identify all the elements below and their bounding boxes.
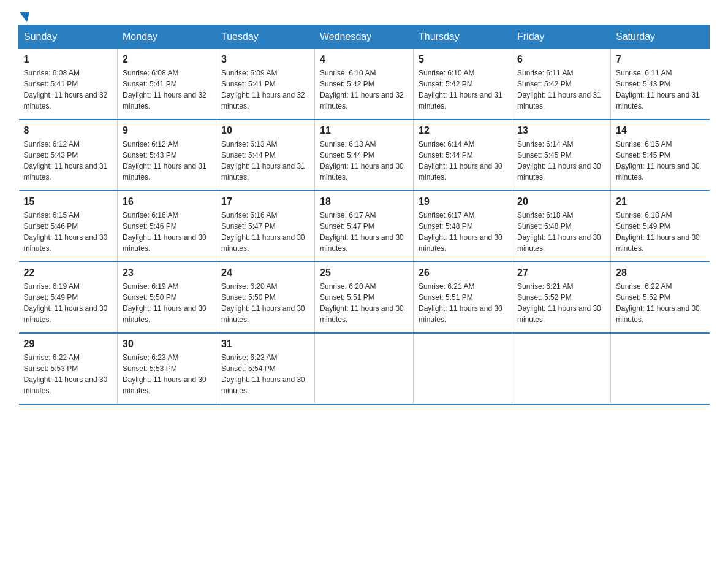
- day-number: 18: [320, 196, 408, 207]
- day-number: 2: [123, 54, 211, 65]
- day-number: 24: [221, 267, 309, 278]
- calendar-cell: 13 Sunrise: 6:14 AMSunset: 5:45 PMDaylig…: [512, 120, 611, 191]
- day-info: Sunrise: 6:12 AMSunset: 5:43 PMDaylight:…: [24, 140, 108, 182]
- day-number: 9: [123, 125, 211, 136]
- day-number: 4: [320, 54, 408, 65]
- day-number: 29: [24, 339, 113, 350]
- day-info: Sunrise: 6:12 AMSunset: 5:43 PMDaylight:…: [123, 140, 207, 182]
- day-number: 1: [24, 54, 113, 65]
- calendar-week-row: 1 Sunrise: 6:08 AMSunset: 5:41 PMDayligh…: [19, 49, 710, 120]
- calendar-cell: 5 Sunrise: 6:10 AMSunset: 5:42 PMDayligh…: [414, 49, 512, 120]
- calendar-cell: 1 Sunrise: 6:08 AMSunset: 5:41 PMDayligh…: [19, 49, 118, 120]
- day-info: Sunrise: 6:10 AMSunset: 5:42 PMDaylight:…: [419, 69, 502, 110]
- logo-arrow-icon: [20, 12, 29, 22]
- calendar-cell: 11 Sunrise: 6:13 AMSunset: 5:44 PMDaylig…: [315, 120, 414, 191]
- calendar-cell: 30 Sunrise: 6:23 AMSunset: 5:53 PMDaylig…: [118, 333, 216, 404]
- day-number: 20: [517, 196, 605, 207]
- logo: [18, 12, 29, 18]
- day-info: Sunrise: 6:23 AMSunset: 5:54 PMDaylight:…: [221, 353, 305, 395]
- day-info: Sunrise: 6:23 AMSunset: 5:53 PMDaylight:…: [123, 353, 207, 395]
- calendar-cell: 7 Sunrise: 6:11 AMSunset: 5:43 PMDayligh…: [611, 49, 710, 120]
- calendar-cell: 10 Sunrise: 6:13 AMSunset: 5:44 PMDaylig…: [216, 120, 315, 191]
- day-number: 14: [616, 125, 705, 136]
- day-info: Sunrise: 6:18 AMSunset: 5:48 PMDaylight:…: [517, 211, 601, 253]
- calendar-cell: [414, 333, 512, 404]
- calendar-cell: 20 Sunrise: 6:18 AMSunset: 5:48 PMDaylig…: [512, 191, 611, 262]
- day-number: 15: [24, 196, 113, 207]
- day-number: 23: [123, 267, 211, 278]
- day-info: Sunrise: 6:20 AMSunset: 5:50 PMDaylight:…: [221, 282, 305, 324]
- day-number: 19: [419, 196, 507, 207]
- weekday-header-row: SundayMondayTuesdayWednesdayThursdayFrid…: [19, 25, 710, 49]
- day-number: 6: [517, 54, 605, 65]
- day-info: Sunrise: 6:16 AMSunset: 5:47 PMDaylight:…: [221, 211, 305, 253]
- calendar-cell: 4 Sunrise: 6:10 AMSunset: 5:42 PMDayligh…: [315, 49, 414, 120]
- day-info: Sunrise: 6:22 AMSunset: 5:53 PMDaylight:…: [24, 353, 108, 395]
- calendar-cell: 12 Sunrise: 6:14 AMSunset: 5:44 PMDaylig…: [414, 120, 512, 191]
- calendar-cell: 28 Sunrise: 6:22 AMSunset: 5:52 PMDaylig…: [611, 262, 710, 333]
- day-info: Sunrise: 6:11 AMSunset: 5:43 PMDaylight:…: [616, 69, 700, 110]
- day-info: Sunrise: 6:17 AMSunset: 5:48 PMDaylight:…: [419, 211, 502, 253]
- day-number: 13: [517, 125, 605, 136]
- day-info: Sunrise: 6:13 AMSunset: 5:44 PMDaylight:…: [320, 140, 404, 182]
- day-info: Sunrise: 6:10 AMSunset: 5:42 PMDaylight:…: [320, 69, 404, 110]
- day-number: 11: [320, 125, 408, 136]
- weekday-header-monday: Monday: [118, 25, 216, 49]
- day-number: 30: [123, 339, 211, 350]
- calendar-cell: 19 Sunrise: 6:17 AMSunset: 5:48 PMDaylig…: [414, 191, 512, 262]
- day-info: Sunrise: 6:19 AMSunset: 5:50 PMDaylight:…: [123, 282, 207, 324]
- calendar-cell: 14 Sunrise: 6:15 AMSunset: 5:45 PMDaylig…: [611, 120, 710, 191]
- calendar-week-row: 8 Sunrise: 6:12 AMSunset: 5:43 PMDayligh…: [19, 120, 710, 191]
- calendar-cell: 22 Sunrise: 6:19 AMSunset: 5:49 PMDaylig…: [19, 262, 118, 333]
- day-number: 12: [419, 125, 507, 136]
- day-number: 17: [221, 196, 309, 207]
- day-info: Sunrise: 6:09 AMSunset: 5:41 PMDaylight:…: [221, 69, 305, 110]
- calendar-cell: 27 Sunrise: 6:21 AMSunset: 5:52 PMDaylig…: [512, 262, 611, 333]
- calendar-cell: [611, 333, 710, 404]
- calendar-cell: 15 Sunrise: 6:15 AMSunset: 5:46 PMDaylig…: [19, 191, 118, 262]
- calendar-cell: 3 Sunrise: 6:09 AMSunset: 5:41 PMDayligh…: [216, 49, 315, 120]
- calendar-cell: 6 Sunrise: 6:11 AMSunset: 5:42 PMDayligh…: [512, 49, 611, 120]
- calendar-cell: 2 Sunrise: 6:08 AMSunset: 5:41 PMDayligh…: [118, 49, 216, 120]
- calendar-cell: [315, 333, 414, 404]
- day-info: Sunrise: 6:14 AMSunset: 5:45 PMDaylight:…: [517, 140, 601, 182]
- day-info: Sunrise: 6:18 AMSunset: 5:49 PMDaylight:…: [616, 211, 700, 253]
- day-number: 16: [123, 196, 211, 207]
- weekday-header-saturday: Saturday: [611, 25, 710, 49]
- day-info: Sunrise: 6:16 AMSunset: 5:46 PMDaylight:…: [123, 211, 207, 253]
- day-number: 26: [419, 267, 507, 278]
- day-info: Sunrise: 6:20 AMSunset: 5:51 PMDaylight:…: [320, 282, 404, 324]
- day-number: 27: [517, 267, 605, 278]
- day-info: Sunrise: 6:17 AMSunset: 5:47 PMDaylight:…: [320, 211, 404, 253]
- day-info: Sunrise: 6:08 AMSunset: 5:41 PMDaylight:…: [24, 69, 108, 110]
- day-number: 25: [320, 267, 408, 278]
- day-info: Sunrise: 6:08 AMSunset: 5:41 PMDaylight:…: [123, 69, 207, 110]
- calendar-cell: 17 Sunrise: 6:16 AMSunset: 5:47 PMDaylig…: [216, 191, 315, 262]
- weekday-header-thursday: Thursday: [414, 25, 512, 49]
- calendar-cell: 16 Sunrise: 6:16 AMSunset: 5:46 PMDaylig…: [118, 191, 216, 262]
- calendar-week-row: 15 Sunrise: 6:15 AMSunset: 5:46 PMDaylig…: [19, 191, 710, 262]
- calendar-cell: 25 Sunrise: 6:20 AMSunset: 5:51 PMDaylig…: [315, 262, 414, 333]
- calendar-cell: 29 Sunrise: 6:22 AMSunset: 5:53 PMDaylig…: [19, 333, 118, 404]
- calendar-cell: 24 Sunrise: 6:20 AMSunset: 5:50 PMDaylig…: [216, 262, 315, 333]
- calendar-week-row: 29 Sunrise: 6:22 AMSunset: 5:53 PMDaylig…: [19, 333, 710, 404]
- weekday-header-wednesday: Wednesday: [315, 25, 414, 49]
- calendar-cell: 31 Sunrise: 6:23 AMSunset: 5:54 PMDaylig…: [216, 333, 315, 404]
- page-header: [18, 12, 710, 18]
- day-info: Sunrise: 6:11 AMSunset: 5:42 PMDaylight:…: [517, 69, 601, 110]
- day-info: Sunrise: 6:15 AMSunset: 5:45 PMDaylight:…: [616, 140, 700, 182]
- calendar-cell: 18 Sunrise: 6:17 AMSunset: 5:47 PMDaylig…: [315, 191, 414, 262]
- day-info: Sunrise: 6:21 AMSunset: 5:52 PMDaylight:…: [517, 282, 601, 324]
- day-number: 8: [24, 125, 113, 136]
- calendar-cell: [512, 333, 611, 404]
- day-info: Sunrise: 6:13 AMSunset: 5:44 PMDaylight:…: [221, 140, 305, 182]
- day-number: 10: [221, 125, 309, 136]
- day-number: 3: [221, 54, 309, 65]
- calendar-cell: 26 Sunrise: 6:21 AMSunset: 5:51 PMDaylig…: [414, 262, 512, 333]
- day-number: 5: [419, 54, 507, 65]
- day-info: Sunrise: 6:19 AMSunset: 5:49 PMDaylight:…: [24, 282, 108, 324]
- calendar-cell: 23 Sunrise: 6:19 AMSunset: 5:50 PMDaylig…: [118, 262, 216, 333]
- day-number: 31: [221, 339, 309, 350]
- day-info: Sunrise: 6:15 AMSunset: 5:46 PMDaylight:…: [24, 211, 108, 253]
- day-number: 28: [616, 267, 705, 278]
